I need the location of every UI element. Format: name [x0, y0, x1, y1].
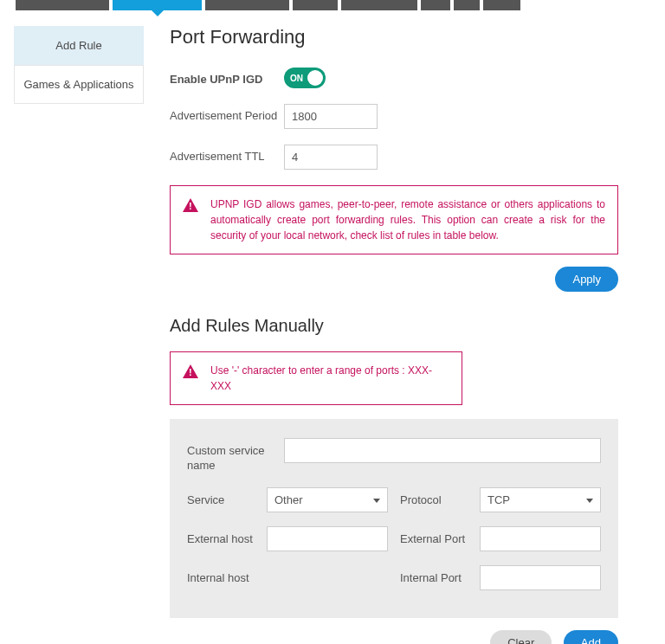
custom-name-label: Custom service name [187, 438, 272, 473]
internal-port-input[interactable] [480, 565, 601, 590]
ad-ttl-input[interactable] [284, 145, 378, 170]
protocol-label: Protocol [400, 487, 468, 508]
apply-button[interactable]: Apply [555, 267, 618, 292]
add-button[interactable]: Add [564, 630, 618, 644]
range-hint-text: Use '-' character to enter a range of po… [210, 363, 449, 394]
ad-period-input[interactable] [284, 104, 378, 129]
nav-tab-5[interactable] [421, 0, 450, 10]
top-nav [0, 0, 665, 10]
warning-icon [183, 364, 198, 378]
internal-host-label: Internal host [187, 565, 255, 586]
sidebar-item-games-applications[interactable]: Games & Applications [14, 65, 144, 104]
nav-tab-1[interactable] [113, 0, 202, 10]
sidebar-item-add-rule[interactable]: Add Rule [14, 26, 144, 65]
toggle-on-text: ON [290, 74, 303, 83]
ad-ttl-label: Advertisement TTL [170, 145, 284, 164]
protocol-select[interactable]: TCP [480, 487, 601, 512]
nav-tab-2[interactable] [205, 0, 289, 10]
nav-tab-7[interactable] [483, 0, 520, 10]
internal-port-label: Internal Port [400, 565, 468, 586]
service-label: Service [187, 487, 255, 508]
custom-name-input[interactable] [284, 438, 601, 463]
nav-tab-4[interactable] [341, 0, 417, 10]
external-port-label: External Port [400, 526, 468, 547]
enable-upnp-label: Enable UPnP IGD [170, 68, 284, 87]
service-select[interactable]: Other [267, 487, 388, 512]
nav-tab-3[interactable] [293, 0, 338, 10]
ad-period-label: Advertisement Period [170, 104, 284, 124]
clear-button[interactable]: Clear [490, 630, 552, 644]
enable-upnp-toggle[interactable]: ON [284, 68, 326, 88]
upnp-warning: UPNP IGD allows games, peer-to-peer, rem… [170, 185, 618, 254]
nav-tab-0[interactable] [16, 0, 109, 10]
external-host-input[interactable] [267, 526, 388, 551]
add-rules-title: Add Rules Manually [170, 316, 618, 336]
manual-rule-panel: Custom service name Service Other Protoc… [170, 419, 618, 618]
toggle-knob [307, 70, 323, 86]
warning-icon [183, 198, 198, 212]
sidebar: Add RuleGames & Applications [14, 26, 144, 644]
page-title: Port Forwarding [170, 26, 618, 48]
external-port-input[interactable] [480, 526, 601, 551]
external-host-label: External host [187, 526, 255, 547]
upnp-warning-text: UPNP IGD allows games, peer-to-peer, rem… [210, 196, 605, 243]
range-hint: Use '-' character to enter a range of po… [170, 351, 462, 405]
nav-tab-6[interactable] [454, 0, 480, 10]
